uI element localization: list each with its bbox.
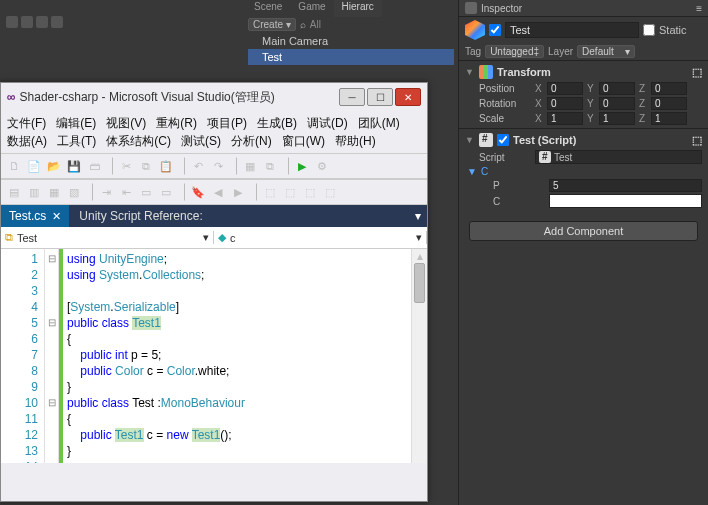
scale-y-input[interactable] <box>599 112 635 125</box>
member-selector[interactable]: ◆ c ▾ <box>214 231 427 244</box>
config-icon[interactable]: ⚙ <box>313 157 331 175</box>
menu-item[interactable]: 工具(T) <box>57 132 96 150</box>
cut-icon[interactable]: ✂ <box>117 157 135 175</box>
undo-icon[interactable]: ↶ <box>189 157 207 175</box>
menu-item[interactable]: 团队(M) <box>358 114 400 132</box>
gameobject-active-checkbox[interactable] <box>489 24 501 36</box>
tab-game[interactable]: Game <box>290 0 333 17</box>
fold-icon[interactable]: ▼ <box>465 135 475 145</box>
menu-item[interactable]: 帮助(H) <box>335 132 376 150</box>
menu-item[interactable]: 视图(V) <box>106 114 146 132</box>
script-reference-tab[interactable]: Unity Script Reference: <box>69 209 212 223</box>
menu-item[interactable]: 分析(N) <box>231 132 272 150</box>
minimize-button[interactable]: ─ <box>339 88 365 106</box>
gameobject-icon[interactable] <box>465 20 485 40</box>
bookmark-icon[interactable]: 🔖 <box>189 183 207 201</box>
code-text[interactable]: using UnityEngine; using System.Collecti… <box>63 249 245 463</box>
tool-icon[interactable]: ▥ <box>25 183 43 201</box>
uncomment-icon[interactable]: ▭ <box>157 183 175 201</box>
tabs-dropdown-icon[interactable]: ▾ <box>409 209 427 223</box>
save-all-icon[interactable]: 🗃 <box>85 157 103 175</box>
serialized-c-foldout[interactable]: ▼ C <box>459 165 708 178</box>
tool-icon[interactable]: ▧ <box>65 183 83 201</box>
menu-item[interactable]: 项目(P) <box>207 114 247 132</box>
scrollbar[interactable]: ▴ <box>411 249 427 463</box>
start-debug-icon[interactable]: ▶ <box>293 157 311 175</box>
add-component-button[interactable]: Add Component <box>469 221 698 241</box>
fold-icon[interactable]: ▼ <box>465 67 475 77</box>
component-enable-checkbox[interactable] <box>497 134 509 146</box>
tool-icon[interactable]: ⬚ <box>321 183 339 201</box>
rot-x-input[interactable] <box>547 97 583 110</box>
maximize-button[interactable]: ☐ <box>367 88 393 106</box>
menu-item[interactable]: 数据(A) <box>7 132 47 150</box>
comment-icon[interactable]: ▭ <box>137 183 155 201</box>
panel-menu-icon[interactable]: ≡ <box>696 3 702 14</box>
inspector-tab[interactable]: Inspector ≡ <box>459 0 708 17</box>
toolbar-icon[interactable] <box>6 16 18 28</box>
new-project-icon[interactable]: 🗋 <box>5 157 23 175</box>
scrollbar-thumb[interactable] <box>414 263 425 303</box>
gameobject-name-input[interactable] <box>505 22 639 38</box>
menu-item[interactable]: 体系结构(C) <box>106 132 171 150</box>
tab-hierarchy[interactable]: Hierarc <box>334 0 382 17</box>
color-field[interactable] <box>549 194 702 208</box>
menu-item[interactable]: 调试(D) <box>307 114 348 132</box>
tab-scene[interactable]: Scene <box>246 0 290 17</box>
menu-item[interactable]: 生成(B) <box>257 114 297 132</box>
tool-icon[interactable]: ⬚ <box>261 183 279 201</box>
indent-icon[interactable]: ⇥ <box>97 183 115 201</box>
toolbar-icon[interactable] <box>36 16 48 28</box>
hierarchy-item-test[interactable]: Test <box>248 49 454 65</box>
rot-y-input[interactable] <box>599 97 635 110</box>
component-menu-icon[interactable]: ⬚ <box>692 66 702 79</box>
find-icon[interactable]: ⧉ <box>261 157 279 175</box>
menu-item[interactable]: 重构(R) <box>156 114 197 132</box>
tool-icon[interactable]: ▤ <box>5 183 23 201</box>
search-icon[interactable]: ⌕ <box>300 19 306 30</box>
outdent-icon[interactable]: ⇤ <box>117 183 135 201</box>
pos-y-input[interactable] <box>599 82 635 95</box>
add-item-icon[interactable]: 📄 <box>25 157 43 175</box>
script-reference[interactable]: Test <box>535 150 702 164</box>
class-selector[interactable]: ⧉ Test ▾ <box>1 231 214 244</box>
fold-gutter[interactable]: ⊟⊟⊟ <box>45 249 59 463</box>
component-header[interactable]: ▼ Transform ⬚ <box>459 63 708 81</box>
menu-item[interactable]: 窗口(W) <box>282 132 325 150</box>
code-editor[interactable]: 1234567891011121314 ⊟⊟⊟ using UnityEngin… <box>1 249 427 463</box>
tool-icon[interactable]: ▦ <box>45 183 63 201</box>
fold-icon[interactable]: ▼ <box>467 166 477 177</box>
bookmark-next-icon[interactable]: ▶ <box>229 183 247 201</box>
component-header[interactable]: ▼ Test (Script) ⬚ <box>459 131 708 149</box>
tag-dropdown[interactable]: Untagged‡ <box>485 45 544 58</box>
component-menu-icon[interactable]: ⬚ <box>692 134 702 147</box>
create-dropdown[interactable]: Create ▾ <box>248 18 296 31</box>
nav-icon[interactable]: ▦ <box>241 157 259 175</box>
menu-item[interactable]: 编辑(E) <box>56 114 96 132</box>
scale-z-input[interactable] <box>651 112 687 125</box>
toolbar-icon[interactable] <box>21 16 33 28</box>
tool-icon[interactable]: ⬚ <box>281 183 299 201</box>
file-tab[interactable]: Test.cs ✕ <box>1 205 69 227</box>
menu-item[interactable]: 测试(S) <box>181 132 221 150</box>
paste-icon[interactable]: 📋 <box>157 157 175 175</box>
menu-item[interactable]: 文件(F) <box>7 114 46 132</box>
bookmark-prev-icon[interactable]: ◀ <box>209 183 227 201</box>
redo-icon[interactable]: ↷ <box>209 157 227 175</box>
scale-x-input[interactable] <box>547 112 583 125</box>
close-tab-icon[interactable]: ✕ <box>52 210 61 223</box>
p-input[interactable] <box>549 179 702 192</box>
layer-dropdown[interactable]: Default▾ <box>577 45 635 58</box>
save-icon[interactable]: 💾 <box>65 157 83 175</box>
rot-z-input[interactable] <box>651 97 687 110</box>
copy-icon[interactable]: ⧉ <box>137 157 155 175</box>
static-checkbox[interactable] <box>643 24 655 36</box>
titlebar[interactable]: ∞ Shader-csharp - Microsoft Visual Studi… <box>1 83 427 111</box>
pos-x-input[interactable] <box>547 82 583 95</box>
toolbar-icon[interactable] <box>51 16 63 28</box>
open-icon[interactable]: 📂 <box>45 157 63 175</box>
tool-icon[interactable]: ⬚ <box>301 183 319 201</box>
close-button[interactable]: ✕ <box>395 88 421 106</box>
scroll-up-icon[interactable]: ▴ <box>412 249 427 263</box>
hierarchy-item-main-camera[interactable]: Main Camera <box>248 33 454 49</box>
